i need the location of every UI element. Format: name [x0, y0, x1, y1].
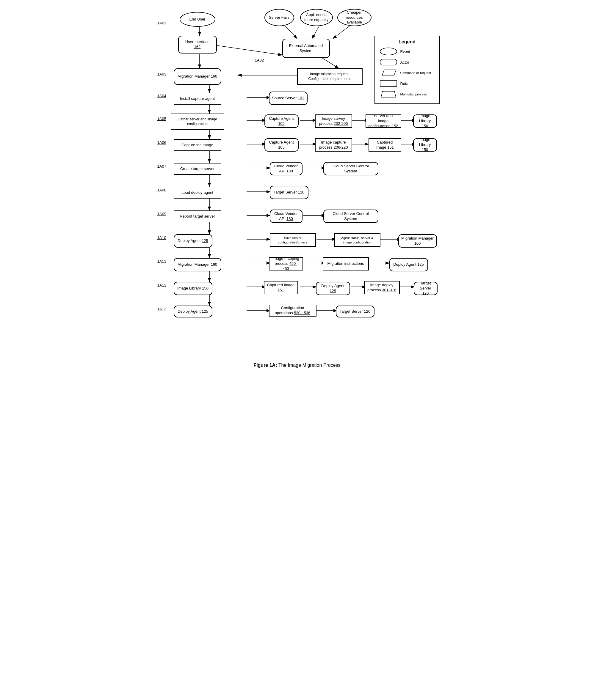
node-target-server-3: Target Server 120 — [336, 306, 374, 317]
node-capture-agent-2: Capture Agent 105 — [264, 138, 299, 151]
node-image-mapping: Image mapping process 450-453 — [269, 257, 303, 271]
legend-rect-icon — [380, 79, 397, 88]
node-migration-manager-top: Migration Manager 160 — [174, 68, 221, 85]
legend-rounded-icon — [380, 58, 397, 67]
legend-parallelogram-icon — [380, 68, 397, 77]
node-target-server-1: Target Server 120 — [270, 186, 308, 199]
node-agent-status: Agent status, server & image configurati… — [334, 233, 381, 247]
svg-marker-5 — [381, 91, 396, 97]
node-image-deploy-process: Image deploy process 301-318 — [364, 281, 400, 294]
node-captured-image-2: Captured image 151 — [264, 281, 298, 294]
node-cloud-vendor-api-2: Cloud Vendor API 180 — [270, 210, 302, 223]
node-gather-server: Gather server and image configuration — [171, 113, 224, 130]
legend-ellipse-icon — [380, 47, 397, 56]
node-migration-manager-2: Migration Manager 160 — [398, 234, 437, 248]
node-image-library-1: Image Library 150 — [413, 114, 437, 128]
node-cloud-server-control-1: Cloud Server Control System — [323, 162, 378, 175]
node-image-capture-process: Image capture process 206-220 — [315, 138, 352, 151]
row-label-1a07: 1A07 — [157, 164, 166, 169]
row-label-1a13: 1A13 — [157, 307, 166, 311]
node-save-server-config: Save server configuration/drivers — [270, 233, 316, 247]
row-label-1a01: 1A01 — [157, 21, 166, 25]
svg-marker-3 — [382, 70, 396, 76]
svg-point-1 — [380, 48, 397, 55]
node-load-deploy-agent: Load deploy agent — [174, 187, 221, 199]
row-label-1a12: 1A12 — [157, 283, 166, 287]
row-label-1a04: 1A04 — [157, 94, 166, 98]
svg-rect-4 — [380, 80, 397, 86]
node-deploy-agent-2: Deploy Agent 125 — [389, 258, 428, 271]
node-image-library-3: Image Library 150 — [174, 282, 212, 295]
node-external-automated: External Automated System — [282, 39, 330, 58]
node-image-survey: Image survey process 202-205 — [315, 114, 352, 128]
row-label-1a08: 1A08 — [157, 188, 166, 192]
figure-caption: Figure 1A: The Image Migration Process — [154, 363, 440, 368]
node-cheaper-res: Cheaper resources available — [337, 9, 371, 26]
legend-box: Legend Event Actor Command or request Da… — [374, 36, 440, 104]
node-config-ops: Configuration operations 530 - 536 — [269, 305, 317, 317]
node-deploy-agent-3: Deploy Agent 125 — [316, 282, 350, 295]
node-deploy-agent-4: Deploy Agent 125 — [174, 306, 212, 317]
node-target-server-2: Target Server 120 — [414, 282, 437, 295]
node-create-target: Create target server — [174, 163, 221, 175]
node-source-server: Source Server 101 — [269, 92, 307, 105]
node-reboot-target: Reboot target server — [174, 210, 221, 222]
node-server-image-config: Server and image configuration 152 — [366, 114, 401, 128]
node-capture-image: Capture the image — [174, 139, 221, 151]
row-label-1a06: 1A06 — [157, 140, 166, 145]
row-label-1a03: 1A03 — [157, 72, 166, 76]
legend-title: Legend — [380, 39, 435, 44]
legend-trapezoid-icon — [380, 90, 397, 99]
node-image-library-2: Image Library 150 — [413, 138, 437, 151]
node-cloud-server-control-2: Cloud Server Control System — [323, 210, 378, 223]
row-label-1a09: 1A09 — [157, 212, 166, 216]
legend-item-actor: Actor — [380, 58, 435, 67]
node-install-capture-agent: Install capture agent — [174, 93, 221, 105]
node-cloud-vendor-api-1: Cloud Vendor API 180 — [270, 162, 302, 175]
row-label-1a10: 1A10 — [157, 236, 166, 240]
legend-item-command: Command or request — [380, 68, 435, 77]
node-migration-instructions: Migration instructions — [323, 257, 369, 271]
node-deploy-agent-1: Deploy Agent 125 — [174, 234, 212, 248]
legend-item-data: Data — [380, 79, 435, 88]
row-label-1a11: 1A11 — [157, 259, 166, 264]
node-capture-agent-1: Capture Agent 105 — [264, 114, 299, 128]
node-image-migration-req: Image migration request. Configuration r… — [297, 68, 363, 85]
node-appl-needs: Appl. needs more capacity — [300, 9, 333, 26]
legend-item-multistep: Multi-step process — [380, 90, 435, 99]
node-end-user: End User — [180, 12, 216, 27]
svg-rect-2 — [380, 59, 397, 65]
diagram-container: 1A01 1A02 1A03 1A04 1A05 1A06 1A07 1A08 … — [154, 6, 440, 357]
row-label-1a02: 1A02 — [255, 58, 264, 62]
row-label-1a05: 1A05 — [157, 116, 166, 121]
node-user-interface: User Interface162 — [178, 36, 217, 54]
legend-item-event: Event — [380, 47, 435, 56]
node-server-fails: Server Fails — [264, 9, 294, 26]
node-captured-image-1: Captured image 151 — [368, 138, 401, 151]
node-migration-manager-3: Migration Manager 160 — [174, 258, 221, 271]
